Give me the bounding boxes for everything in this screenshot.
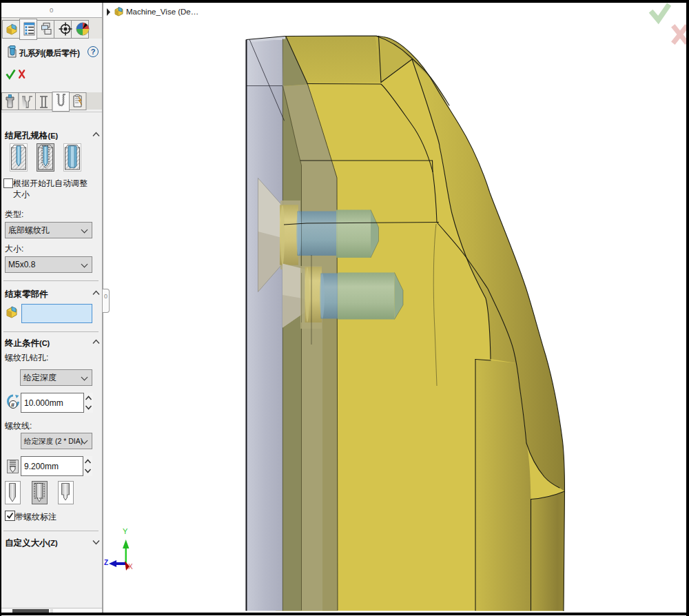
svg-text:#: # bbox=[11, 402, 14, 409]
